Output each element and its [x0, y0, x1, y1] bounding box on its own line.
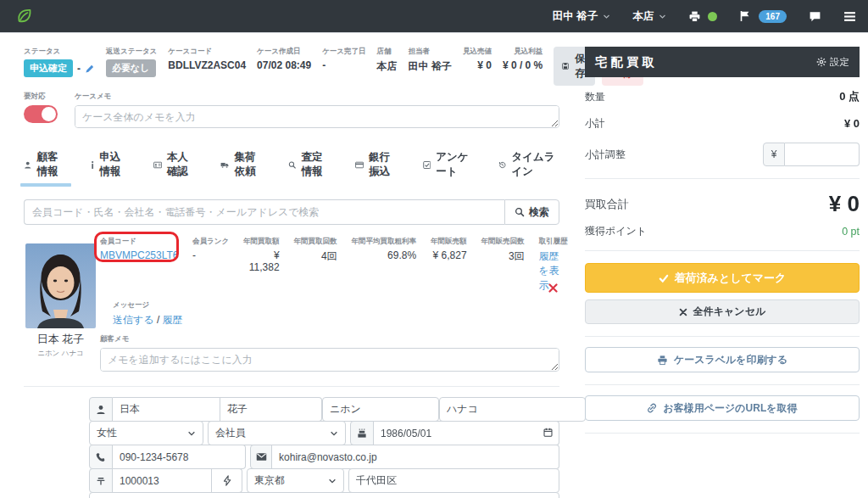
customer-card: 日本 花子 ニホン ハナコ 会員コード MBVMPC253LT6 会員ランク -… — [24, 237, 559, 498]
menu-button[interactable] — [843, 11, 856, 22]
detail-tabs: 顧客情報 申込情報 本人確認 集荷依頼 査定情報 銀行振込 — [24, 150, 559, 187]
search-icon — [515, 207, 525, 217]
divider — [585, 433, 860, 434]
user-menu[interactable]: 田中 裕子 — [553, 9, 610, 24]
print-case-label-button[interactable]: ケースラベルを印刷する — [585, 347, 860, 372]
customer-search-row: 検索 — [24, 199, 559, 225]
quantity-value: 0 点 — [839, 89, 860, 104]
member-rank-label: 会員ランク — [192, 237, 229, 247]
case-completed-value: - — [322, 59, 365, 71]
quantity-label: 数量 — [585, 90, 605, 104]
tab-application-info[interactable]: 申込情報 — [91, 150, 131, 187]
edit-status-pencil-icon[interactable] — [85, 64, 95, 74]
email-field[interactable] — [272, 445, 559, 469]
case-code-value: BDLLVZ2ASC04 — [168, 59, 246, 71]
save-icon — [562, 61, 569, 71]
history-icon — [498, 159, 507, 171]
panel-settings-button[interactable]: 設定 — [816, 56, 849, 69]
tab-timeline[interactable]: タイムライン — [498, 150, 559, 187]
member-code-link[interactable]: MBVMPC253LT6 — [100, 249, 178, 261]
case-created-value: 07/02 08:49 — [257, 59, 311, 71]
tab-customer-info[interactable]: 顧客情報 — [24, 150, 68, 187]
case-created-label: ケース作成日 — [257, 47, 311, 57]
case-header: ステータス 申込確定 - 返送ステータス 必要なし ケースコード BDLLVZ2… — [24, 47, 559, 86]
city-field[interactable] — [348, 468, 559, 493]
status-badge: 申込確定 — [24, 59, 73, 77]
message-send-link[interactable]: 送信する — [113, 314, 154, 326]
address-field[interactable] — [89, 492, 559, 498]
earned-points-label: 獲得ポイント — [585, 224, 647, 238]
panel-title: 宅配買取 — [595, 54, 658, 70]
last-name-field[interactable] — [113, 397, 220, 422]
subtotal-label: 小計 — [585, 116, 605, 131]
member-code-label: 会員コード — [100, 237, 178, 247]
case-memo-input[interactable] — [75, 105, 559, 128]
calendar-icon[interactable] — [543, 428, 553, 437]
transaction-history-label: 取引履歴 — [539, 237, 568, 247]
customer-memo-input[interactable] — [100, 348, 559, 372]
annual-avg-margin-label: 年間平均買取粗利率 — [352, 237, 417, 247]
chevron-down-icon — [328, 477, 337, 485]
birthday-prefix-cell — [350, 421, 374, 445]
flag-icon — [739, 10, 751, 22]
case-memo-label: ケースメモ — [75, 92, 559, 102]
search-button[interactable]: 検索 — [504, 199, 559, 225]
store-value: 本店 — [377, 59, 398, 74]
message-block: メッセージ 送信する / 履歴 — [113, 300, 559, 327]
id-photo-image — [25, 243, 96, 328]
divider — [585, 336, 860, 337]
cancel-all-button[interactable]: 全件キャンセル — [585, 299, 860, 324]
annual-sell-amount-value: ¥ 6,827 — [431, 249, 467, 261]
divider — [585, 384, 860, 385]
case-detail-main: ステータス 申込確定 - 返送ステータス 必要なし ケースコード BDLLVZ2… — [24, 47, 559, 498]
prefecture-select[interactable]: 東京都 — [247, 468, 344, 493]
chat-bubble-icon — [809, 10, 821, 23]
store-menu[interactable]: 本店 — [632, 9, 666, 24]
tab-bank-transfer[interactable]: 銀行振込 — [355, 150, 400, 187]
link-icon — [647, 403, 657, 413]
divider — [24, 386, 559, 387]
tab-pickup-request[interactable]: 集荷依頼 — [220, 150, 265, 187]
subtotal-value: ¥ 0 — [844, 117, 860, 130]
customer-search-input[interactable] — [24, 199, 504, 225]
chat-button[interactable] — [809, 10, 821, 23]
customer-kana: ニホン ハナコ — [25, 349, 96, 359]
first-name-field[interactable] — [220, 397, 322, 422]
yen-prefix-cell: ¥ — [763, 143, 785, 166]
tab-survey[interactable]: アンケート — [423, 150, 476, 187]
gender-select[interactable]: 女性 — [89, 421, 203, 445]
subtotal-adjust-input[interactable] — [785, 143, 860, 166]
gear-icon — [816, 57, 826, 67]
occupation-select[interactable]: 会社員 — [208, 421, 346, 445]
leaf-logo-icon — [15, 7, 34, 25]
return-status-badge: 必要なし — [106, 59, 156, 77]
postal-lookup-button[interactable] — [212, 468, 242, 493]
postal-code-field[interactable] — [113, 468, 212, 493]
printer-status[interactable] — [688, 10, 717, 23]
printer-icon — [688, 10, 701, 23]
get-customer-url-button[interactable]: お客様用ページのURLを取得 — [585, 395, 860, 421]
flag-notifications[interactable]: 167 — [739, 10, 787, 23]
tab-identity-verification[interactable]: 本人確認 — [153, 150, 198, 187]
app-logo[interactable] — [15, 7, 34, 25]
annual-avg-margin-value: 69.8% — [352, 249, 417, 261]
customer-photo — [25, 243, 96, 328]
phone-field[interactable] — [113, 445, 246, 469]
needs-attention-toggle[interactable] — [24, 105, 58, 123]
chevron-down-icon — [603, 13, 610, 20]
phone-prefix-cell — [89, 445, 113, 469]
customer-name: 日本 花子 — [25, 332, 96, 347]
first-kana-field[interactable] — [439, 397, 586, 422]
name-prefix-cell — [89, 397, 113, 422]
email-prefix-cell — [250, 445, 272, 469]
remove-customer-icon[interactable] — [548, 283, 558, 293]
postal-mark-icon — [96, 476, 106, 486]
message-history-link[interactable]: 履歴 — [163, 314, 183, 326]
divider — [585, 178, 860, 179]
tab-assessment-info[interactable]: 査定情報 — [288, 150, 332, 187]
chevron-down-icon — [330, 429, 338, 438]
birthday-field[interactable] — [374, 421, 559, 445]
annual-buy-count-label: 年間買取回数 — [294, 237, 337, 247]
last-kana-field[interactable] — [322, 397, 439, 422]
mark-arrived-button[interactable]: 着荷済みとしてマーク — [585, 263, 860, 293]
